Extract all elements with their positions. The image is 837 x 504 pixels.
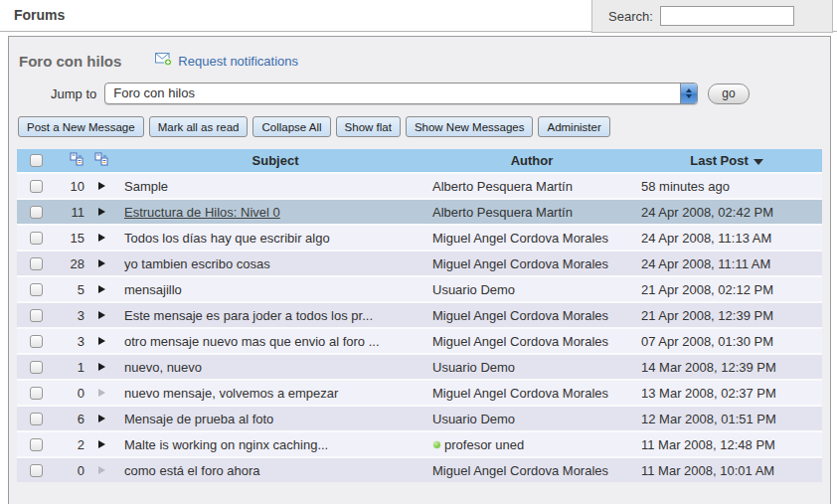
reply-count: 2 bbox=[57, 437, 84, 452]
last-post-time: 58 minutes ago bbox=[631, 179, 822, 194]
table-row[interactable]: 5 mensajillo Usuario Demo 21 Apr 2008, 0… bbox=[17, 275, 822, 301]
toolbar-button-post-a-new-message[interactable]: Post a New Message bbox=[18, 116, 144, 137]
expand-arrow-icon[interactable] bbox=[84, 363, 118, 371]
reply-count: 0 bbox=[57, 386, 84, 401]
go-button[interactable]: go bbox=[708, 84, 749, 104]
reply-count: 3 bbox=[57, 308, 84, 323]
author-name: Miguel Angel Cordova Morales bbox=[432, 334, 631, 349]
column-header-author[interactable]: Author bbox=[432, 153, 631, 168]
author-name: Miguel Angel Cordova Morales bbox=[432, 308, 631, 323]
row-checkbox[interactable] bbox=[30, 283, 43, 296]
row-checkbox[interactable] bbox=[30, 206, 43, 219]
reply-count: 0 bbox=[57, 463, 84, 478]
select-all-checkbox[interactable] bbox=[30, 154, 43, 167]
expand-arrow-icon[interactable] bbox=[84, 259, 118, 267]
thread-subject-link[interactable]: mensajillo bbox=[118, 282, 432, 297]
toolbar-button-show-new-messages[interactable]: Show New Messages bbox=[406, 116, 534, 137]
expand-arrow-icon[interactable] bbox=[84, 234, 118, 242]
thread-subject-link[interactable]: Todos los días hay que escribir algo bbox=[118, 231, 432, 246]
last-post-time: 21 Apr 2008, 02:12 PM bbox=[631, 282, 822, 297]
row-checkbox[interactable] bbox=[30, 232, 43, 245]
toolbar-button-show-flat[interactable]: Show flat bbox=[336, 116, 401, 137]
author-name: Miguel Angel Cordova Morales bbox=[432, 256, 631, 271]
last-post-time: 13 Mar 2008, 02:37 PM bbox=[631, 386, 822, 401]
row-checkbox[interactable] bbox=[30, 361, 43, 374]
author-name: Alberto Pesquera Martín bbox=[432, 205, 631, 220]
thread-subject-link[interactable]: otro mensaje nuevo mas que envio al foro… bbox=[118, 334, 432, 349]
search-panel: Search: bbox=[591, 0, 833, 33]
reply-count: 1 bbox=[57, 360, 84, 375]
table-row[interactable]: 2 Malte is working on nginx caching... p… bbox=[17, 430, 822, 456]
thread-subject-link[interactable]: como está el foro ahora bbox=[118, 463, 432, 478]
threads-table: Subject Author Last Post 10 Sample Alber… bbox=[17, 149, 822, 482]
toolbar-button-mark-all-as-read[interactable]: Mark all as read bbox=[149, 116, 249, 137]
thread-subject-link[interactable]: nuevo, nuevo bbox=[118, 360, 432, 375]
expand-arrow-icon[interactable] bbox=[84, 208, 118, 216]
expand-arrow-icon[interactable] bbox=[84, 311, 118, 319]
last-post-time: 07 Apr 2008, 01:30 PM bbox=[631, 334, 822, 349]
thread-subject-link[interactable]: Malte is working on nginx caching... bbox=[118, 437, 432, 452]
request-notifications-label: Request notifications bbox=[178, 54, 298, 69]
search-input[interactable] bbox=[660, 6, 794, 26]
forum-title: Foro con hilos bbox=[19, 53, 121, 70]
expand-arrow-icon[interactable] bbox=[84, 285, 118, 293]
table-row[interactable]: 3 Este mensaje es para joder a todos los… bbox=[17, 301, 822, 327]
unread-posts-icon bbox=[94, 152, 109, 169]
table-row[interactable]: 3 otro mensaje nuevo mas que envio al fo… bbox=[17, 327, 822, 353]
table-row[interactable]: 0 nuevo mensaje, volvemos a empezar Migu… bbox=[17, 379, 822, 405]
forum-jump-select[interactable]: Foro con hilos bbox=[104, 83, 698, 104]
author-name: Usuario Demo bbox=[432, 412, 631, 426]
reply-count: 5 bbox=[57, 282, 84, 297]
last-post-time: 21 Apr 2008, 12:39 PM bbox=[631, 308, 822, 323]
request-notifications-link[interactable]: Request notifications bbox=[155, 52, 298, 70]
last-post-time: 11 Mar 2008, 10:01 AM bbox=[631, 463, 822, 478]
row-checkbox[interactable] bbox=[30, 180, 43, 193]
thread-subject-link[interactable]: yo tambien escribo cosas bbox=[118, 256, 432, 271]
expand-arrow-icon[interactable] bbox=[84, 389, 118, 397]
toolbar-button-collapse-all[interactable]: Collapse All bbox=[252, 116, 330, 137]
thread-subject-link[interactable]: Sample bbox=[118, 179, 432, 194]
expand-arrow-icon[interactable] bbox=[84, 440, 118, 448]
last-post-time: 11 Mar 2008, 12:48 PM bbox=[631, 437, 822, 452]
top-bar: Forums Search: bbox=[0, 0, 837, 32]
row-checkbox[interactable] bbox=[30, 309, 43, 322]
thread-subject-link[interactable]: Este mensaje es para joder a todos los p… bbox=[118, 308, 432, 323]
toolbar-button-administer[interactable]: Administer bbox=[538, 116, 609, 137]
forum-toolbar: Post a New MessageMark all as readCollap… bbox=[18, 116, 822, 137]
thread-subject-link[interactable]: nuevo mensaje, volvemos a empezar bbox=[118, 386, 432, 401]
expand-arrow-icon[interactable] bbox=[84, 337, 118, 345]
thread-subject-link[interactable]: Mensaje de prueba al foto bbox=[118, 412, 432, 426]
search-label: Search: bbox=[608, 9, 653, 24]
page-title: Forums bbox=[14, 7, 65, 23]
author-name: profesor uned bbox=[432, 437, 631, 452]
row-checkbox[interactable] bbox=[30, 257, 43, 270]
row-checkbox[interactable] bbox=[30, 464, 43, 477]
table-row[interactable]: 6 Mensaje de prueba al foto Usuario Demo… bbox=[17, 405, 822, 430]
jump-to-label: Jump to bbox=[51, 86, 96, 101]
author-name: Miguel Angel Cordova Morales bbox=[432, 231, 631, 246]
select-stepper-icon bbox=[680, 84, 697, 103]
table-row[interactable]: 15 Todos los días hay que escribir algo … bbox=[17, 224, 822, 250]
expand-arrow-icon[interactable] bbox=[84, 466, 118, 474]
table-row[interactable]: 10 Sample Alberto Pesquera Martín 58 min… bbox=[17, 172, 822, 198]
author-name: Usuario Demo bbox=[432, 282, 631, 297]
last-post-time: 14 Mar 2008, 12:39 PM bbox=[631, 360, 822, 375]
expand-arrow-icon[interactable] bbox=[84, 182, 118, 190]
author-name: Usuario Demo bbox=[432, 360, 631, 375]
row-checkbox[interactable] bbox=[30, 335, 43, 348]
table-row[interactable]: 28 yo tambien escribo cosas Miguel Angel… bbox=[17, 250, 822, 275]
expand-arrow-icon[interactable] bbox=[84, 415, 118, 422]
column-header-last-post[interactable]: Last Post bbox=[631, 153, 822, 168]
thread-subject-link[interactable]: Estructura de Hilos: Nivel 0 bbox=[118, 205, 432, 220]
online-indicator-icon bbox=[432, 440, 441, 449]
column-header-subject[interactable]: Subject bbox=[118, 153, 432, 168]
row-checkbox[interactable] bbox=[30, 413, 43, 425]
row-checkbox[interactable] bbox=[30, 438, 43, 451]
table-row[interactable]: 1 nuevo, nuevo Usuario Demo 14 Mar 2008,… bbox=[17, 353, 822, 379]
table-row[interactable]: 0 como está el foro ahora Miguel Angel C… bbox=[17, 456, 822, 482]
author-name: Miguel Angel Cordova Morales bbox=[432, 463, 631, 478]
forum-panel: Foro con hilos Request notifications Jum… bbox=[8, 36, 831, 504]
table-row[interactable]: 11 Estructura de Hilos: Nivel 0 Alberto … bbox=[17, 198, 822, 224]
reply-count: 28 bbox=[57, 256, 84, 271]
row-checkbox[interactable] bbox=[30, 387, 43, 400]
